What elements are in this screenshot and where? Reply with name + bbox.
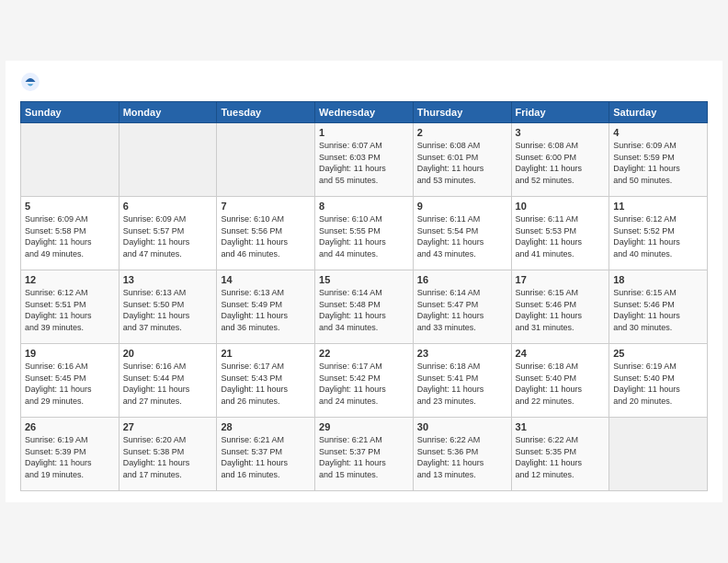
day-number: 8 bbox=[319, 201, 409, 212]
day-info: Sunrise: 6:15 AM Sunset: 5:46 PM Dayligh… bbox=[516, 287, 606, 333]
day-cell: 7Sunrise: 6:10 AM Sunset: 5:56 PM Daylig… bbox=[217, 197, 315, 270]
day-cell: 12Sunrise: 6:12 AM Sunset: 5:51 PM Dayli… bbox=[21, 270, 119, 344]
day-info: Sunrise: 6:13 AM Sunset: 5:50 PM Dayligh… bbox=[123, 287, 213, 333]
day-number: 26 bbox=[25, 421, 115, 432]
day-number: 23 bbox=[417, 348, 507, 359]
day-info: Sunrise: 6:18 AM Sunset: 5:40 PM Dayligh… bbox=[516, 361, 606, 407]
day-cell: 2Sunrise: 6:08 AM Sunset: 6:01 PM Daylig… bbox=[413, 123, 511, 197]
week-row-4: 26Sunrise: 6:19 AM Sunset: 5:39 PM Dayli… bbox=[21, 418, 708, 491]
day-info: Sunrise: 6:22 AM Sunset: 5:35 PM Dayligh… bbox=[516, 434, 606, 480]
day-cell: 26Sunrise: 6:19 AM Sunset: 5:39 PM Dayli… bbox=[21, 418, 119, 491]
day-number: 3 bbox=[516, 127, 606, 138]
day-info: Sunrise: 6:20 AM Sunset: 5:38 PM Dayligh… bbox=[123, 434, 213, 480]
weekday-header-row: SundayMondayTuesdayWednesdayThursdayFrid… bbox=[21, 102, 708, 123]
day-number: 4 bbox=[613, 127, 703, 138]
weekday-header-thursday: Thursday bbox=[413, 102, 511, 123]
day-cell: 9Sunrise: 6:11 AM Sunset: 5:54 PM Daylig… bbox=[413, 197, 511, 270]
day-cell: 8Sunrise: 6:10 AM Sunset: 5:55 PM Daylig… bbox=[315, 197, 414, 270]
day-cell bbox=[21, 123, 119, 197]
day-info: Sunrise: 6:07 AM Sunset: 6:03 PM Dayligh… bbox=[319, 140, 409, 186]
day-number: 9 bbox=[417, 201, 507, 212]
day-number: 24 bbox=[516, 348, 606, 359]
day-number: 2 bbox=[417, 127, 507, 138]
day-number: 6 bbox=[123, 201, 213, 212]
day-cell: 27Sunrise: 6:20 AM Sunset: 5:38 PM Dayli… bbox=[119, 418, 217, 491]
logo bbox=[20, 72, 44, 92]
day-info: Sunrise: 6:13 AM Sunset: 5:49 PM Dayligh… bbox=[221, 287, 311, 333]
day-cell: 20Sunrise: 6:16 AM Sunset: 5:44 PM Dayli… bbox=[119, 344, 217, 418]
day-cell: 18Sunrise: 6:15 AM Sunset: 5:46 PM Dayli… bbox=[609, 270, 708, 344]
day-number: 22 bbox=[319, 348, 409, 359]
weekday-header-monday: Monday bbox=[119, 102, 217, 123]
day-number: 13 bbox=[123, 274, 213, 285]
day-info: Sunrise: 6:21 AM Sunset: 5:37 PM Dayligh… bbox=[319, 434, 409, 480]
day-cell: 30Sunrise: 6:22 AM Sunset: 5:36 PM Dayli… bbox=[413, 418, 511, 491]
day-info: Sunrise: 6:12 AM Sunset: 5:52 PM Dayligh… bbox=[613, 213, 703, 259]
day-info: Sunrise: 6:11 AM Sunset: 5:53 PM Dayligh… bbox=[516, 213, 606, 259]
day-number: 5 bbox=[25, 201, 115, 212]
day-number: 27 bbox=[123, 421, 213, 432]
day-info: Sunrise: 6:19 AM Sunset: 5:39 PM Dayligh… bbox=[25, 434, 115, 480]
day-number: 17 bbox=[516, 274, 606, 285]
day-number: 10 bbox=[516, 201, 606, 212]
day-info: Sunrise: 6:09 AM Sunset: 5:59 PM Dayligh… bbox=[613, 140, 703, 186]
day-number: 16 bbox=[417, 274, 507, 285]
week-row-0: 1Sunrise: 6:07 AM Sunset: 6:03 PM Daylig… bbox=[21, 123, 708, 197]
day-info: Sunrise: 6:09 AM Sunset: 5:58 PM Dayligh… bbox=[25, 213, 115, 259]
day-info: Sunrise: 6:21 AM Sunset: 5:37 PM Dayligh… bbox=[221, 434, 311, 480]
day-info: Sunrise: 6:08 AM Sunset: 6:01 PM Dayligh… bbox=[417, 140, 507, 186]
day-info: Sunrise: 6:22 AM Sunset: 5:36 PM Dayligh… bbox=[417, 434, 507, 480]
day-cell: 14Sunrise: 6:13 AM Sunset: 5:49 PM Dayli… bbox=[217, 270, 315, 344]
day-info: Sunrise: 6:10 AM Sunset: 5:56 PM Dayligh… bbox=[221, 213, 311, 259]
day-cell: 11Sunrise: 6:12 AM Sunset: 5:52 PM Dayli… bbox=[609, 197, 708, 270]
day-cell: 21Sunrise: 6:17 AM Sunset: 5:43 PM Dayli… bbox=[217, 344, 315, 418]
day-cell bbox=[119, 123, 217, 197]
day-info: Sunrise: 6:11 AM Sunset: 5:54 PM Dayligh… bbox=[417, 213, 507, 259]
day-cell: 25Sunrise: 6:19 AM Sunset: 5:40 PM Dayli… bbox=[609, 344, 708, 418]
day-cell: 16Sunrise: 6:14 AM Sunset: 5:47 PM Dayli… bbox=[413, 270, 511, 344]
day-info: Sunrise: 6:19 AM Sunset: 5:40 PM Dayligh… bbox=[613, 361, 703, 407]
day-cell: 28Sunrise: 6:21 AM Sunset: 5:37 PM Dayli… bbox=[217, 418, 315, 491]
weekday-header-sunday: Sunday bbox=[21, 102, 119, 123]
day-number: 14 bbox=[221, 274, 311, 285]
day-cell: 10Sunrise: 6:11 AM Sunset: 5:53 PM Dayli… bbox=[511, 197, 609, 270]
day-info: Sunrise: 6:12 AM Sunset: 5:51 PM Dayligh… bbox=[25, 287, 115, 333]
day-cell: 4Sunrise: 6:09 AM Sunset: 5:59 PM Daylig… bbox=[609, 123, 708, 197]
day-cell: 13Sunrise: 6:13 AM Sunset: 5:50 PM Dayli… bbox=[119, 270, 217, 344]
week-row-1: 5Sunrise: 6:09 AM Sunset: 5:58 PM Daylig… bbox=[21, 197, 708, 270]
day-cell: 23Sunrise: 6:18 AM Sunset: 5:41 PM Dayli… bbox=[413, 344, 511, 418]
week-row-3: 19Sunrise: 6:16 AM Sunset: 5:45 PM Dayli… bbox=[21, 344, 708, 418]
day-number: 29 bbox=[319, 421, 409, 432]
week-row-2: 12Sunrise: 6:12 AM Sunset: 5:51 PM Dayli… bbox=[21, 270, 708, 344]
day-info: Sunrise: 6:14 AM Sunset: 5:48 PM Dayligh… bbox=[319, 287, 409, 333]
calendar-table: SundayMondayTuesdayWednesdayThursdayFrid… bbox=[20, 101, 708, 491]
day-number: 20 bbox=[123, 348, 213, 359]
day-number: 18 bbox=[613, 274, 703, 285]
day-info: Sunrise: 6:10 AM Sunset: 5:55 PM Dayligh… bbox=[319, 213, 409, 259]
day-info: Sunrise: 6:17 AM Sunset: 5:43 PM Dayligh… bbox=[221, 361, 311, 407]
weekday-header-tuesday: Tuesday bbox=[217, 102, 315, 123]
day-cell: 15Sunrise: 6:14 AM Sunset: 5:48 PM Dayli… bbox=[315, 270, 414, 344]
day-cell: 6Sunrise: 6:09 AM Sunset: 5:57 PM Daylig… bbox=[119, 197, 217, 270]
day-info: Sunrise: 6:08 AM Sunset: 6:00 PM Dayligh… bbox=[516, 140, 606, 186]
day-number: 15 bbox=[319, 274, 409, 285]
calendar-header bbox=[20, 72, 708, 92]
day-number: 12 bbox=[25, 274, 115, 285]
day-info: Sunrise: 6:16 AM Sunset: 5:44 PM Dayligh… bbox=[123, 361, 213, 407]
day-cell: 24Sunrise: 6:18 AM Sunset: 5:40 PM Dayli… bbox=[511, 344, 609, 418]
logo-icon bbox=[20, 72, 40, 92]
day-cell: 22Sunrise: 6:17 AM Sunset: 5:42 PM Dayli… bbox=[315, 344, 414, 418]
day-number: 19 bbox=[25, 348, 115, 359]
day-cell: 31Sunrise: 6:22 AM Sunset: 5:35 PM Dayli… bbox=[511, 418, 609, 491]
day-info: Sunrise: 6:17 AM Sunset: 5:42 PM Dayligh… bbox=[319, 361, 409, 407]
day-cell bbox=[609, 418, 708, 491]
day-cell: 29Sunrise: 6:21 AM Sunset: 5:37 PM Dayli… bbox=[315, 418, 414, 491]
weekday-header-wednesday: Wednesday bbox=[315, 102, 414, 123]
weekday-header-friday: Friday bbox=[511, 102, 609, 123]
day-info: Sunrise: 6:18 AM Sunset: 5:41 PM Dayligh… bbox=[417, 361, 507, 407]
day-cell: 19Sunrise: 6:16 AM Sunset: 5:45 PM Dayli… bbox=[21, 344, 119, 418]
day-number: 28 bbox=[221, 421, 311, 432]
day-number: 31 bbox=[516, 421, 606, 432]
day-number: 30 bbox=[417, 421, 507, 432]
day-cell bbox=[217, 123, 315, 197]
